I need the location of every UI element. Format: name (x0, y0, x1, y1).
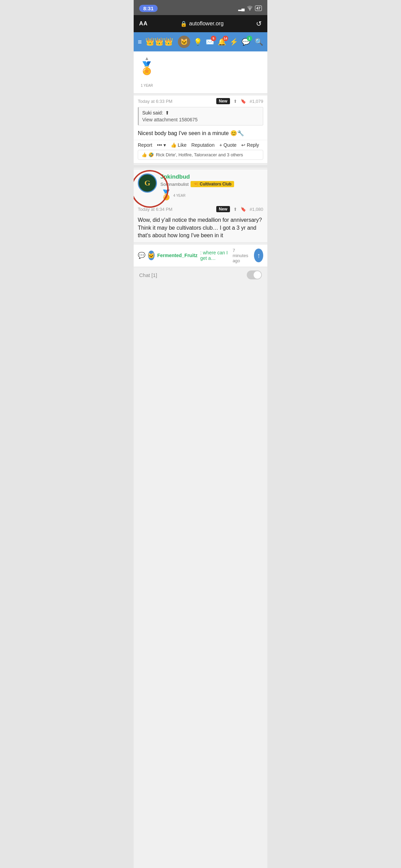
notif-avatar: 🐱 (148, 251, 155, 260)
jpkindbud-avatar[interactable]: G (138, 173, 157, 193)
avatar-container: G (138, 173, 157, 193)
post-1080-meta: Today at 6:34 PM New ⬆ 🔖 #1,080 (134, 203, 267, 215)
bookmark-icon[interactable]: 🔖 (241, 99, 246, 104)
site-logo[interactable]: 👑 👑 👑 (145, 37, 173, 46)
user-avatar-nav[interactable]: 🐱 (178, 36, 190, 48)
upvote-icon[interactable]: ⬆ (165, 110, 169, 116)
notif-username: Fermented_Fruitz (157, 253, 197, 258)
status-icons: ▂▄ 47 (238, 5, 262, 11)
bottom-notification[interactable]: 💬 🐱 Fermented_Fruitz : where can I get a… (134, 244, 267, 267)
more-button[interactable]: ••• ▾ (157, 142, 166, 148)
text-size-button[interactable]: AA (139, 21, 148, 27)
scroll-up-button[interactable]: ↑ (254, 249, 263, 262)
reactions-emojis: 👍 🤣 (142, 152, 154, 157)
refresh-button[interactable]: ↺ (256, 20, 262, 28)
year-medal-1: 🏅1 YEAR (139, 61, 155, 90)
chat-icon-button[interactable]: 💬 1 (242, 38, 250, 46)
username[interactable]: Jpkindbud (160, 173, 263, 180)
notif-preview: : where can I get a… (200, 250, 230, 261)
quote-button[interactable]: + Quote (219, 142, 236, 148)
page-content: ▲ 🏅1 YEAR Today at 6:33 PM New ⬆ 🔖 #1,07… (134, 51, 267, 868)
signal-icon: ▂▄ (238, 6, 245, 11)
chat-label: Chat [1] (139, 272, 157, 278)
status-time: 8:31 (139, 5, 158, 12)
user-title-text: Somnambulist (160, 182, 189, 187)
post-1079-actions: Report ••• ▾ 👍 Like Reputation + Quote ↩… (134, 140, 267, 150)
mail-badge: 5 (211, 36, 216, 41)
bookmark-icon-2[interactable]: 🔖 (241, 207, 246, 212)
post-1080-new-badge: New (216, 206, 230, 212)
hamburger-menu-button[interactable]: ≡ (138, 38, 142, 46)
chat-badge: 1 (247, 36, 252, 41)
report-button[interactable]: Report (138, 142, 152, 148)
chat-bar: Chat [1] (134, 267, 267, 283)
reply-button[interactable]: ↩ Reply (241, 142, 259, 148)
post-1080-num: #1,080 (250, 207, 263, 212)
notif-time: 7 minutes ago (233, 248, 252, 263)
share-icon[interactable]: ⬆ (233, 99, 237, 104)
badge-area: ▲ 🏅1 YEAR (134, 51, 267, 94)
toggle-knob (254, 271, 261, 279)
battery-indicator: 47 (255, 5, 262, 11)
post-1080-header: G Jpkindbud Somnambulist ✊ Cultivators C… (134, 169, 267, 203)
quote-content: View attachment 1580675 (142, 117, 259, 122)
reputation-button[interactable]: Reputation (191, 142, 215, 148)
post-1080-body: Wow, did y'all notice the medallion for … (134, 215, 267, 242)
bell-icon-button[interactable]: 🔔 14 (218, 38, 226, 46)
like-button[interactable]: 👍 Like (171, 142, 187, 148)
section-divider (134, 165, 267, 168)
quote-author: Suki said: ⬆ (142, 110, 259, 116)
collapse-arrow-icon[interactable]: ▲ (145, 56, 149, 61)
notif-chat-icon: 💬 (138, 252, 145, 259)
post-1080: G Jpkindbud Somnambulist ✊ Cultivators C… (134, 169, 267, 242)
chat-toggle[interactable] (247, 270, 262, 279)
post-1079-body: Nicest body bag I've seen in a minute 😊🔧 (134, 128, 267, 140)
search-button[interactable]: 🔍 (255, 38, 263, 46)
post-1079-reactions[interactable]: 👍 🤣 Rick Dirte', Hotfire, Talonxracer an… (138, 150, 263, 160)
url-bar[interactable]: 🔒 autoflower.org (180, 21, 224, 27)
wifi-icon (247, 5, 253, 11)
status-bar: 8:31 ▂▄ 47 (134, 0, 267, 15)
post-1079-timestamp: Today at 6:33 PM (138, 99, 172, 104)
post-1079-new-badge: New (216, 98, 230, 104)
share-icon-2[interactable]: ⬆ (233, 207, 237, 212)
post-1079-quote: Suki said: ⬆ View attachment 1580675 (138, 107, 263, 125)
club-badge: ✊ Cultivators Club (191, 181, 234, 187)
lightning-icon-button[interactable]: ⚡ (230, 38, 238, 46)
nav-bar: ≡ 👑 👑 👑 🐱 💡 ✉️ 5 🔔 14 ⚡ 💬 1 🔍 (134, 32, 267, 51)
bulb-icon-button[interactable]: 💡 (194, 38, 202, 46)
bell-badge: 14 (223, 36, 228, 41)
reactions-names: Rick Dirte', Hotfire, Talonxracer and 3 … (156, 152, 243, 157)
mail-icon-button[interactable]: ✉️ 5 (206, 38, 214, 46)
post-1080-timestamp: Today at 6:34 PM (138, 207, 172, 212)
browser-bar: AA 🔒 autoflower.org ↺ (134, 15, 267, 32)
post-1079: Today at 6:33 PM New ⬆ 🔖 #1,079 Suki sai… (134, 95, 267, 164)
user-title-row: Somnambulist ✊ Cultivators Club (160, 181, 263, 187)
post-1079-num: #1,079 (250, 99, 263, 104)
post-1079-meta: Today at 6:33 PM New ⬆ 🔖 #1,079 (134, 95, 267, 107)
svg-text:G: G (144, 179, 150, 187)
lock-icon: 🔒 (180, 21, 187, 27)
year-badge-4: 🏅 4 YEAR (160, 189, 263, 201)
user-info: Jpkindbud Somnambulist ✊ Cultivators Clu… (160, 173, 263, 201)
